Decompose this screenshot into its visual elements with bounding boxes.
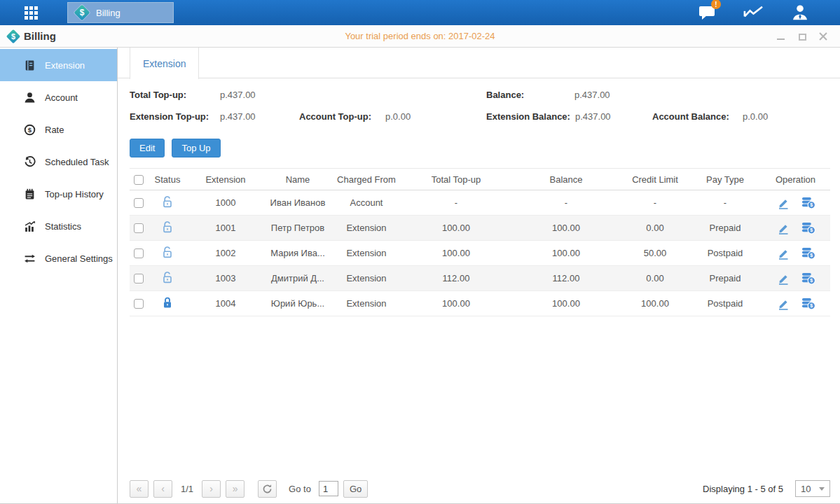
status-unlocked[interactable]	[161, 195, 174, 209]
cell-balance: 112.00	[511, 266, 621, 291]
sidebar-item-label: General Settings	[45, 253, 113, 264]
edit-pencil-icon	[777, 298, 790, 310]
balance-summary: Total Top-up: p.437.00 Balance: p.437.00…	[130, 90, 840, 127]
col-name: Name	[263, 169, 332, 190]
reports-chart-icon[interactable]	[742, 4, 766, 22]
row-topup-button[interactable]: $	[801, 297, 815, 311]
sidebar-item-scheduled-task[interactable]: Scheduled Task	[0, 146, 117, 178]
refresh-button[interactable]	[258, 480, 277, 498]
col-balance: Balance	[511, 169, 621, 190]
cell-name: Мария Ива...	[263, 241, 332, 266]
user-account-icon[interactable]	[788, 4, 812, 22]
account-balance-value: p.0.00	[743, 111, 768, 122]
cell-credit-limit: 0.00	[621, 216, 689, 241]
sidebar-item-account[interactable]: Account	[0, 81, 117, 113]
taskbar-tab-billing[interactable]: $ Billing	[67, 2, 174, 23]
cell-balance: 100.00	[511, 241, 621, 266]
col-total-topup: Total Top-up	[401, 169, 511, 190]
first-page-button[interactable]: «	[130, 480, 149, 498]
ledger-icon	[23, 59, 36, 71]
last-page-button[interactable]: »	[226, 480, 245, 498]
billing-app-window: $ Billing !	[0, 0, 840, 504]
goto-page-input[interactable]	[319, 481, 338, 496]
billing-window-icon: $	[6, 29, 20, 43]
row-checkbox[interactable]	[134, 274, 144, 284]
sidebar-item-general-settings[interactable]: General Settings	[0, 242, 117, 274]
status-unlocked[interactable]	[161, 271, 174, 284]
edit-pencil-icon	[777, 272, 790, 285]
select-all-checkbox[interactable]	[134, 175, 144, 185]
row-checkbox[interactable]	[134, 223, 144, 233]
row-topup-button[interactable]: $	[801, 221, 815, 235]
edit-pencil-icon	[777, 197, 790, 209]
top-up-coins-icon: $	[801, 272, 815, 285]
minimize-button[interactable]	[776, 32, 785, 41]
billing-diamond-icon: $	[74, 5, 90, 20]
row-edit-button[interactable]	[776, 196, 790, 210]
svg-text:$: $	[810, 227, 813, 233]
status-unlocked[interactable]	[161, 220, 174, 234]
status-unlocked[interactable]	[161, 246, 174, 259]
cell-pay-type: Postpaid	[689, 241, 761, 266]
table-row: 1000Иван ИвановAccount----$	[130, 190, 830, 216]
svg-text:$: $	[810, 278, 813, 284]
sidebar-item-rate[interactable]: $ Rate	[0, 113, 117, 146]
svg-text:$: $	[810, 253, 813, 258]
row-edit-button[interactable]	[776, 221, 790, 235]
row-topup-button[interactable]: $	[801, 196, 815, 210]
go-button[interactable]: Go	[343, 480, 368, 498]
balance-label: Balance:	[486, 90, 524, 100]
row-edit-button[interactable]	[776, 272, 790, 286]
cell-charged-from: Extension	[332, 266, 401, 291]
row-topup-button[interactable]: $	[801, 272, 815, 286]
goto-label: Go to	[289, 484, 311, 494]
account-balance-label: Account Balance:	[652, 111, 729, 122]
prev-page-button[interactable]: ‹	[153, 480, 172, 498]
col-operation: Operation	[761, 169, 830, 190]
top-up-coins-icon: $	[801, 221, 815, 234]
cell-balance: 100.00	[511, 291, 621, 316]
trial-notice: Your trial period ends on: 2017-02-24	[0, 31, 840, 41]
sliders-icon	[23, 252, 36, 265]
sidebar-item-label: Statistics	[45, 221, 81, 232]
status-locked[interactable]	[161, 296, 174, 309]
page-size-select[interactable]: 10	[795, 480, 830, 497]
account-topup-value: p.0.00	[385, 111, 411, 122]
cell-pay-type: Prepaid	[689, 266, 761, 291]
extension-topup-value: p.437.00	[220, 111, 256, 122]
edit-pencil-icon	[777, 247, 790, 260]
lock-open-icon	[162, 220, 173, 234]
row-checkbox[interactable]	[134, 248, 144, 258]
tab-strip: Extension	[118, 48, 840, 78]
sidebar-item-label: Account	[45, 92, 78, 103]
row-topup-button[interactable]: $	[801, 246, 815, 260]
sidebar-item-label: Top-up History	[45, 189, 104, 200]
sidebar-item-statistics[interactable]: Statistics	[0, 210, 117, 242]
top-up-coins-icon: $	[801, 196, 815, 209]
table-row: 1003Дмитрий Д...Extension112.00112.000.0…	[130, 266, 830, 291]
taskbar-tab-label: Billing	[96, 8, 121, 18]
notifications-icon[interactable]: !	[696, 4, 719, 22]
close-button[interactable]	[819, 32, 827, 41]
top-up-button[interactable]: Top Up	[172, 139, 220, 158]
cell-total-topup: 100.00	[401, 216, 511, 241]
row-checkbox[interactable]	[134, 198, 144, 208]
maximize-button[interactable]	[797, 32, 807, 41]
cell-name: Иван Иванов	[263, 190, 332, 216]
page-indicator: 1/1	[181, 484, 193, 494]
next-page-button[interactable]: ›	[202, 480, 221, 498]
cell-name: Петр Петров	[263, 216, 332, 241]
cell-extension: 1004	[188, 291, 263, 316]
row-edit-button[interactable]	[776, 246, 790, 260]
col-pay-type: Pay Type	[689, 169, 761, 190]
cell-total-topup: -	[401, 190, 511, 216]
sidebar-item-extension[interactable]: Extension	[0, 49, 117, 81]
edit-button[interactable]: Edit	[130, 139, 165, 158]
tab-extension[interactable]: Extension	[130, 48, 199, 79]
cell-charged-from: Extension	[332, 241, 401, 266]
cell-balance: 100.00	[511, 216, 621, 241]
app-launcher-grid-icon[interactable]	[25, 6, 38, 20]
row-checkbox[interactable]	[134, 299, 144, 309]
row-edit-button[interactable]	[776, 297, 790, 311]
sidebar-item-topup-history[interactable]: Top-up History	[0, 178, 117, 210]
